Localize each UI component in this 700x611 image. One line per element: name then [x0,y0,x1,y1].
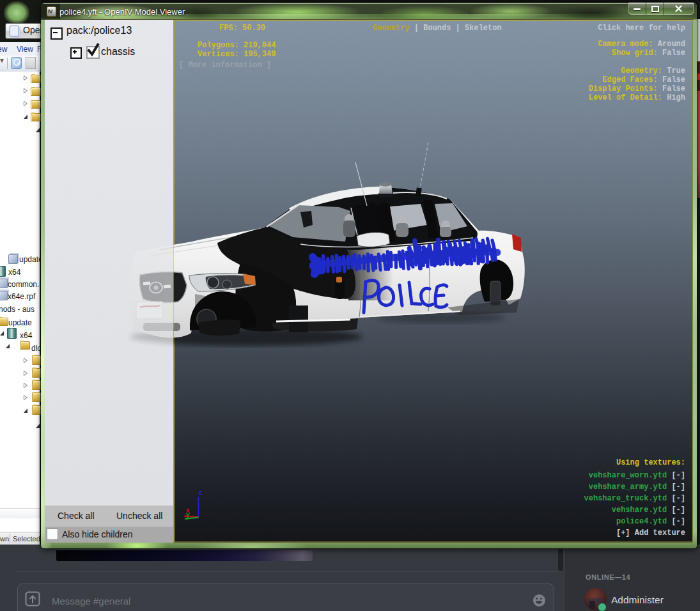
svg-text:z: z [198,489,203,497]
